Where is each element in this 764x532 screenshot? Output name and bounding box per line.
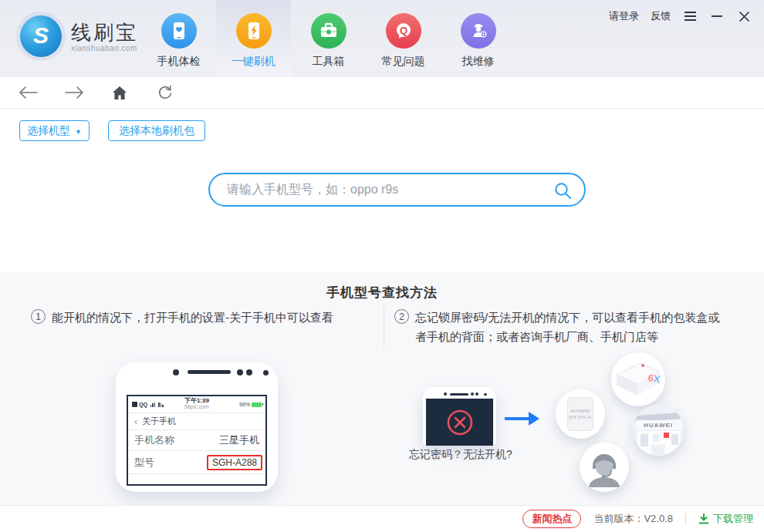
back-button[interactable] — [19, 82, 39, 103]
refresh-button[interactable] — [155, 82, 175, 103]
speaker-pill — [450, 393, 468, 396]
chevron-down-icon: ▼ — [75, 128, 82, 136]
hamburger-icon — [684, 11, 697, 22]
close-icon — [739, 11, 750, 22]
device-name-label: 手机名称 — [134, 433, 174, 447]
search-icon[interactable] — [554, 182, 572, 203]
retail-box-bubble: 6X — [611, 352, 665, 406]
phone-check-icon — [161, 13, 197, 49]
guide-step-1: 1 能开机的情况下，打开手机的设置-关于手机中可以查看 — [31, 308, 380, 327]
model-value-highlight: SGH-A288 — [207, 455, 262, 470]
faq-icon: Q — [386, 13, 421, 49]
storefront-icon: HUAWEI — [633, 405, 684, 456]
customer-service-bubble — [580, 443, 629, 492]
back-model: 型号 MHA-AL — [569, 415, 592, 419]
search-box — [208, 173, 586, 207]
tab-faq[interactable]: Q 常见问题 — [366, 0, 441, 77]
device-name-value: 三星手机 — [219, 433, 259, 447]
feedback-link[interactable]: 反馈 — [651, 9, 671, 23]
app-window: S 线刷宝 xianshuabao.com 手机体检 — [0, 0, 764, 532]
nav-label: 找维修 — [462, 55, 495, 69]
app-header: S 线刷宝 xianshuabao.com 手机体检 — [0, 0, 764, 77]
repair-icon — [461, 13, 496, 49]
select-local-rom-button[interactable]: 选择本地刷机包 — [108, 120, 205, 141]
phone-status-bar: QQ 下午1:39 58pic.com 96% — [128, 396, 265, 412]
toolbox-icon — [311, 13, 347, 49]
locked-caption: 忘记密码？无法开机? — [403, 448, 519, 462]
forward-button[interactable] — [64, 82, 84, 103]
nav-label: 手机体检 — [157, 55, 201, 69]
app-logo[interactable]: S 线刷宝 xianshuabao.com — [20, 15, 138, 57]
back-chevron-icon: ‹ — [134, 416, 137, 427]
phone-back-bubble: HUAWEI 型号 MHA-AL — [556, 389, 605, 439]
news-hotspot-button[interactable]: 新闻热点 — [522, 510, 581, 528]
logo-letter: S — [33, 22, 49, 49]
sensor-dot — [263, 370, 269, 375]
version-text: 当前版本：V2.0.8 — [593, 512, 673, 526]
phone-site: 58pic.com — [128, 404, 265, 410]
tab-find-repair[interactable]: 找维修 — [441, 0, 516, 77]
main-nav: 手机体检 一键刷机 — [141, 0, 516, 77]
about-phone-label: 关于手机 — [142, 416, 176, 427]
logo-icon: S — [20, 15, 62, 57]
step-2-text: 忘记锁屏密码/无法开机的情况下，可以查看手机的包装盒或者手机的背面；或者咨询手机… — [415, 308, 731, 346]
close-button[interactable] — [736, 8, 752, 24]
svg-text:6X: 6X — [647, 372, 661, 386]
store-bubble: HUAWEI — [633, 405, 684, 456]
download-icon — [698, 513, 709, 524]
model-row: 型号 SGH-A288 — [128, 451, 265, 473]
locked-phone-illustration — [423, 387, 496, 446]
locked-screen — [426, 399, 493, 446]
forward-arrow-icon — [64, 86, 84, 99]
sensor-dot — [475, 392, 478, 396]
select-model-label: 选择机型 — [27, 124, 70, 138]
app-footer: 新闻热点 当前版本：V2.0.8 下载管理 — [0, 505, 764, 532]
minimize-icon — [711, 11, 723, 22]
phone-box-icon: 6X — [614, 359, 663, 399]
sensor-dot — [471, 392, 474, 396]
battery-icon — [252, 402, 262, 407]
footer-divider — [685, 513, 686, 524]
nav-label: 一键刷机 — [232, 55, 276, 69]
tab-phone-check[interactable]: 手机体检 — [141, 0, 216, 77]
sensor-dot — [246, 369, 252, 375]
svg-text:HUAWEI: HUAWEI — [644, 422, 673, 429]
tab-toolbox[interactable]: 工具箱 — [291, 0, 366, 77]
search-input[interactable] — [210, 174, 584, 205]
phone-time: 下午1:39 — [128, 398, 265, 404]
nav-label: 常见问题 — [382, 55, 425, 69]
step-1-number: 1 — [31, 309, 46, 324]
home-icon — [112, 86, 127, 100]
divider — [128, 473, 265, 474]
logo-title: 线刷宝 — [71, 21, 138, 44]
one-key-flash-icon — [236, 13, 272, 49]
browser-toolbar — [0, 77, 764, 109]
home-button[interactable] — [110, 82, 130, 103]
about-phone-row: ‹ 关于手机 — [128, 413, 265, 429]
select-model-button[interactable]: 选择机型 ▼ — [19, 120, 90, 141]
step-2-number: 2 — [394, 309, 409, 324]
guide-title: 手机型号查找方法 — [0, 284, 764, 301]
model-label: 型号 — [134, 456, 154, 470]
camera-dot — [444, 392, 447, 396]
menu-button[interactable] — [682, 8, 698, 24]
select-local-rom-label: 选择本地刷机包 — [119, 124, 194, 138]
login-link[interactable]: 请登录 — [609, 9, 639, 23]
minimize-button[interactable] — [709, 8, 725, 24]
logo-domain: xianshuabao.com — [71, 44, 138, 52]
status-center: 下午1:39 58pic.com — [128, 398, 265, 410]
refresh-icon — [157, 85, 173, 100]
device-name-row: 手机名称 三星手机 — [128, 430, 265, 450]
step-1-text: 能开机的情况下，打开手机的设置-关于手机中可以查看 — [52, 308, 333, 327]
phone-back-icon: HUAWEI 型号 MHA-AL — [567, 397, 593, 431]
guide-step-2: 2 忘记锁屏密码/无法开机的情况下，可以查看手机的包装盒或者手机的背面；或者咨询… — [394, 308, 731, 346]
column-divider — [384, 306, 384, 347]
header-right: 请登录 反馈 — [609, 6, 752, 26]
phone-about-illustration: QQ 下午1:39 58pic.com 96% ‹ — [116, 362, 278, 492]
nav-label: 工具箱 — [313, 55, 345, 69]
tab-one-key-flash[interactable]: 一键刷机 — [216, 0, 291, 77]
flow-arrow-icon — [505, 410, 540, 430]
error-circle-x-icon — [445, 408, 475, 437]
download-manager-link[interactable]: 下载管理 — [698, 512, 753, 526]
speaker-pill — [188, 370, 231, 374]
